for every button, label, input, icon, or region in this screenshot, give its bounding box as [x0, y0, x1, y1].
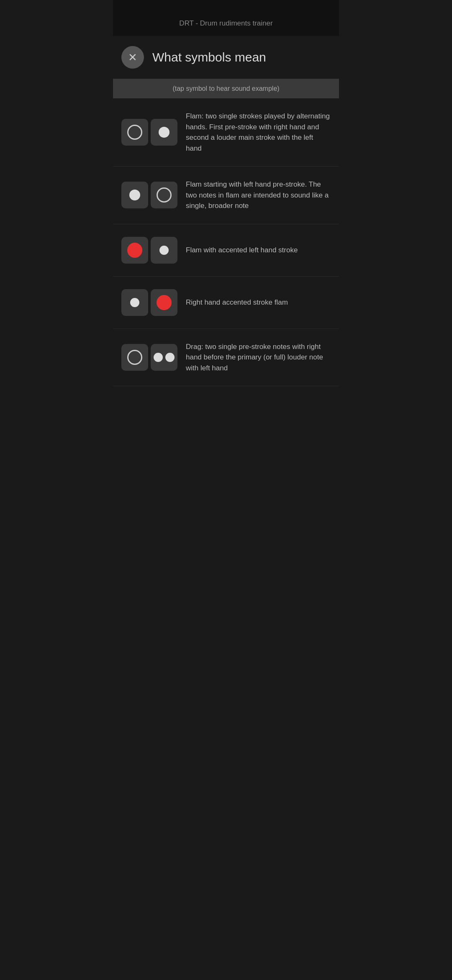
subtitle-bar: (tap symbol to hear sound example) [113, 79, 339, 98]
subtitle-text: (tap symbol to hear sound example) [172, 85, 279, 92]
status-bar [113, 0, 339, 13]
item-description: Flam starting with left hand pre-stroke.… [186, 179, 331, 211]
item-row: Flam starting with left hand pre-stroke.… [113, 167, 339, 224]
circle-filled-small-white-icon [130, 298, 139, 307]
symbol-box-right[interactable] [151, 289, 177, 316]
symbol-box-right[interactable] [151, 182, 177, 208]
item-row: Right hand accented stroke flam [113, 277, 339, 329]
title-bar: DRT - Drum rudiments trainer [113, 13, 339, 36]
symbol-group [121, 289, 177, 316]
symbol-group [121, 182, 177, 208]
symbol-box-right[interactable] [151, 119, 177, 146]
symbol-box-right[interactable] [151, 344, 177, 371]
circle-outline-icon [127, 350, 142, 365]
dot-1 [154, 353, 163, 362]
app-title: DRT - Drum rudiments trainer [179, 19, 272, 27]
double-dots-icon [154, 353, 175, 362]
dot-2 [165, 353, 175, 362]
items-container: Flam: two single strokes played by alter… [113, 98, 339, 386]
circle-filled-small-white-icon [159, 246, 169, 255]
circle-filled-red-icon [127, 243, 142, 258]
page-title: What symbols mean [152, 50, 266, 64]
symbol-group [121, 237, 177, 264]
item-description: Drag: two single pre-stroke notes with r… [186, 341, 331, 374]
item-row: Drag: two single pre-stroke notes with r… [113, 329, 339, 387]
symbol-box-right[interactable] [151, 237, 177, 264]
close-button[interactable]: ✕ [121, 46, 144, 69]
item-description: Flam: two single strokes played by alter… [186, 111, 331, 154]
circle-outline-icon [127, 125, 142, 140]
close-icon: ✕ [128, 52, 137, 63]
symbol-box-left[interactable] [121, 237, 148, 264]
symbol-group [121, 119, 177, 146]
item-row: Flam with accented left hand stroke [113, 224, 339, 277]
circle-filled-white-icon [159, 127, 170, 138]
circle-filled-red-icon [157, 295, 172, 310]
symbol-group [121, 344, 177, 371]
circle-outline-icon [157, 187, 172, 203]
item-description: Flam with accented left hand stroke [186, 245, 331, 256]
circle-filled-white-icon [129, 190, 140, 200]
item-row: Flam: two single strokes played by alter… [113, 98, 339, 167]
symbol-box-left[interactable] [121, 344, 148, 371]
symbol-box-left[interactable] [121, 119, 148, 146]
header: ✕ What symbols mean [113, 36, 339, 79]
symbol-box-left[interactable] [121, 182, 148, 208]
symbol-box-left[interactable] [121, 289, 148, 316]
item-description: Right hand accented stroke flam [186, 297, 331, 308]
